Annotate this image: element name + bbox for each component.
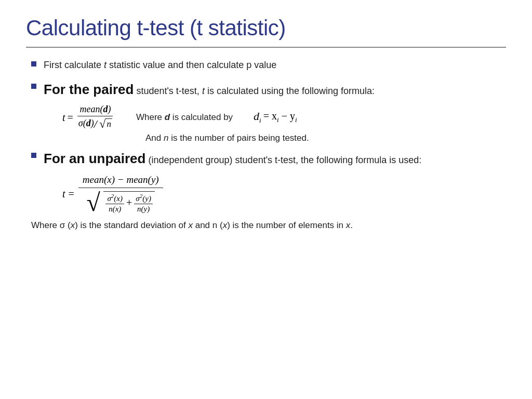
bullet-square-1 [31,61,36,66]
d-formula: di = xi − yi [254,110,297,125]
slide-title: Calculating t-test (t statistic) [26,16,506,41]
bullet-item-1: First calculate t statistic value and th… [31,58,506,72]
unpaired-denominator: √ σ2(x) n(x) + σ2(y) n(y) [85,188,157,215]
eq-sign-paired: = [68,112,73,124]
paired-formula-row: t = mean(d) σ(d)/ √n Where d is calculat… [62,104,506,131]
sigma-y-frac: σ2(y) n(y) [134,193,153,214]
unpaired-t-formula: t = mean(x) − mean(y) √ σ2(x) n(x) [62,173,506,215]
sigma-y-num: σ2(y) [134,193,153,204]
paired-rest: student's t-test, t is calculated using … [136,86,375,96]
where-footer: Where σ (x) is the standard deviation of… [31,220,506,231]
footer-x4: x [346,220,351,230]
sqrt-content-unpaired: σ2(x) n(x) + σ2(y) n(y) [103,191,154,215]
unpaired-label: For an unpaired [44,151,145,166]
bullet-text-1: First calculate t statistic value and th… [44,58,276,72]
unpaired-formula-container: t = mean(x) − mean(y) √ σ2(x) n(x) [62,173,506,215]
paired-t-formula: t = mean(d) σ(d)/ √n [62,104,115,131]
t-italic-1: t [104,60,107,70]
and-note: And n is the number of pairs being teste… [145,133,506,143]
paired-fraction: mean(d) σ(d)/ √n [76,104,114,131]
where-d-text: Where [136,112,165,122]
eq-sign-unpaired: = [69,188,74,200]
plus-sign: + [126,197,132,209]
bullet-item-paired: For the paired student's t-test, t is ca… [31,79,506,100]
bullet-text-paired: For the paired student's t-test, t is ca… [44,79,375,100]
bullet-square-paired [31,84,36,89]
n-italic: n [164,133,168,143]
footer-x1: x [71,220,75,230]
unpaired-rest: (independent group) student's t-test, th… [148,155,421,165]
bullet-text-unpaired: For an unpaired (independent group) stud… [44,149,421,169]
content-area: First calculate t statistic value and th… [26,58,506,231]
t-eq: t [62,112,65,124]
sigma-x-frac: σ2(x) n(x) [105,193,124,214]
unpaired-numerator: mean(x) − mean(y) [78,173,163,188]
big-sqrt-symbol: √ [87,189,100,216]
footer-x2: x [188,220,193,230]
paired-label: For the paired [44,82,134,97]
sigma-x-num: σ2(x) [105,193,124,204]
t-eq-unpaired: t [62,188,65,200]
paired-denominator: σ(d)/ √n [76,116,114,131]
where-d-rest: is calculated by [172,112,233,122]
d-bold: d [165,112,170,122]
bullet-square-unpaired [31,153,36,158]
paired-numerator: mean(d) [77,104,113,116]
bullet-item-unpaired: For an unpaired (independent group) stud… [31,149,506,169]
title-divider [26,47,506,48]
sigma-x-den: n(x) [107,204,123,214]
unpaired-big-frac: mean(x) − mean(y) √ σ2(x) n(x) + [78,173,163,215]
d-sub-i: di [254,110,261,125]
d-eq-sign: = xi − yi [263,110,297,124]
footer-x3: x [223,220,228,230]
sigma-y-den: n(y) [136,204,151,214]
where-d-block: Where d is calculated by [136,112,233,123]
